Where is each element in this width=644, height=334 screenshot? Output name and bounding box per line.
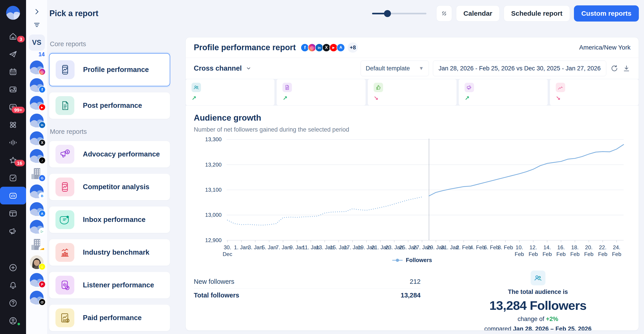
svg-text:10.Feb: 10.Feb bbox=[515, 244, 524, 256]
download-icon[interactable] bbox=[622, 64, 630, 72]
zoom-slider[interactable] bbox=[372, 5, 426, 21]
refresh-icon[interactable] bbox=[610, 64, 618, 72]
megaphone-icon bbox=[466, 84, 472, 91]
profile-avatar-pinterest[interactable]: P bbox=[30, 273, 44, 287]
report-list-item-post-performance[interactable]: Post performance bbox=[49, 92, 170, 119]
report-header: Profile performance report f◎inX▶A +8 Am… bbox=[186, 37, 638, 58]
profile-avatar-facebook[interactable]: f bbox=[30, 78, 44, 92]
profile-avatar-instagram[interactable]: ◎ bbox=[30, 60, 44, 74]
benchmark-icon bbox=[59, 247, 71, 258]
check-square-icon bbox=[8, 173, 18, 183]
paid-icon: $ bbox=[59, 312, 71, 324]
more-networks-chip[interactable]: +8 bbox=[348, 42, 358, 53]
sidebar-item-inbox[interactable]: 99+ bbox=[0, 98, 26, 116]
profile-avatar-google-business[interactable]: G bbox=[30, 167, 44, 181]
sidebar-item-star[interactable]: 16 bbox=[0, 151, 26, 169]
sidebar-nav: 399+16 bbox=[0, 27, 26, 240]
profile-group-vs[interactable]: VS bbox=[29, 34, 45, 51]
sidebar-item-layout[interactable] bbox=[0, 204, 26, 222]
profile-avatar-tiktok[interactable]: ♪ bbox=[30, 149, 44, 163]
appstore-badge-icon: A bbox=[38, 210, 46, 217]
svg-text:3. Jan: 3. Jan bbox=[248, 244, 262, 250]
template-select[interactable]: Default template ▼ bbox=[360, 60, 429, 76]
select-caret-icon: ▼ bbox=[419, 65, 424, 71]
metrics-row: ↗ ↗ ↘ ↗ bbox=[186, 79, 638, 106]
report-list-item-inbox-performance[interactable]: Inbox performance bbox=[49, 206, 170, 233]
profile-avatar-appstore[interactable]: A bbox=[30, 202, 44, 216]
metric-card-engagement[interactable]: ↘ bbox=[368, 79, 456, 105]
sidebar-item-bell[interactable] bbox=[0, 276, 26, 294]
profiles-list: ◎f▶inX♪GBA▷▂▅▇☺P@ bbox=[30, 60, 44, 305]
sidebar-item-image[interactable] bbox=[0, 80, 26, 98]
metric-card-impressions[interactable]: ↘ bbox=[550, 79, 638, 105]
benchmark-icon-tile bbox=[56, 243, 74, 262]
profile-avatar-linkedin[interactable]: in bbox=[30, 113, 44, 128]
sidebar-item-atom[interactable] bbox=[0, 116, 26, 134]
pinterest-badge-icon: P bbox=[38, 281, 46, 288]
svg-text:13,000: 13,000 bbox=[205, 212, 222, 218]
svg-text:30.Dec: 30.Dec bbox=[223, 244, 232, 256]
home-icon bbox=[8, 32, 18, 41]
phone-chart-icon bbox=[59, 64, 71, 76]
expand-button[interactable] bbox=[436, 5, 452, 21]
google-analytics-badge-icon: ▂▅▇ bbox=[38, 245, 46, 252]
calendar-button[interactable]: Calendar bbox=[456, 5, 500, 21]
collapse-panel-chevron-icon[interactable] bbox=[33, 8, 41, 16]
report-main-card: Profile performance report f◎inX▶A +8 Am… bbox=[186, 37, 639, 331]
report-list-item-paid-performance[interactable]: $Paid performance bbox=[49, 304, 170, 331]
svg-text:$: $ bbox=[67, 319, 68, 322]
metric-card-followers[interactable]: ↗ bbox=[186, 79, 274, 105]
paper-plane-icon bbox=[8, 49, 18, 59]
sidebar-item-plus-circle[interactable] bbox=[0, 259, 26, 276]
instagram-badge-icon: ◎ bbox=[38, 68, 46, 75]
profile-avatar-threads[interactable]: @ bbox=[30, 291, 44, 305]
profile-avatar-bluesky[interactable]: B bbox=[30, 184, 44, 198]
report-list-item-competitor-analysis[interactable]: Competitor analysis bbox=[49, 173, 170, 200]
schedule-report-button[interactable]: Schedule report bbox=[504, 5, 570, 21]
date-range-picker[interactable]: Jan 28, 2026 - Feb 25, 2026 vs Dec 30, 2… bbox=[433, 60, 606, 76]
report-list-item-advocacy-performance[interactable]: $Advocacy performance bbox=[49, 141, 170, 168]
profile-avatar-youtube[interactable]: ▶ bbox=[30, 96, 44, 110]
profile-avatar-snapchat[interactable]: ☺ bbox=[30, 255, 44, 269]
metric-card-awareness[interactable]: ↗ bbox=[459, 79, 548, 105]
summary-current-range: Jan 28, 2026 – Feb 25, 2026 bbox=[513, 326, 592, 331]
channel-selector[interactable]: Cross channel bbox=[194, 64, 252, 72]
sidebar-item-bar-chart[interactable] bbox=[0, 187, 26, 204]
section-title: More reports bbox=[50, 128, 170, 135]
chart-title: Audience growth bbox=[194, 113, 630, 123]
profile-group-count: 14 bbox=[38, 51, 45, 58]
channel-selector-label: Cross channel bbox=[194, 64, 242, 72]
legend-item-followers[interactable]: Followers bbox=[194, 257, 630, 263]
report-item-label: Inbox performance bbox=[83, 216, 146, 224]
sidebar-item-account[interactable] bbox=[0, 312, 26, 330]
table-row-new-followers: New followers212 bbox=[194, 275, 420, 289]
expand-icon bbox=[440, 10, 448, 17]
filter-icon[interactable] bbox=[33, 21, 41, 29]
trend-up-icon: ↗ bbox=[192, 95, 196, 102]
custom-reports-button[interactable]: Custom reports bbox=[574, 5, 639, 21]
svg-text:13,100: 13,100 bbox=[205, 187, 222, 193]
report-list-item-profile-performance[interactable]: Profile performance bbox=[49, 53, 170, 86]
metric-card-posts[interactable]: ↗ bbox=[277, 79, 365, 105]
youtube-badge-icon: ▶ bbox=[38, 104, 46, 111]
slider-thumb[interactable] bbox=[384, 10, 391, 17]
app-logo[interactable] bbox=[6, 6, 20, 20]
notification-badge: 16 bbox=[14, 160, 25, 166]
trend-up-icon: ↗ bbox=[282, 95, 288, 102]
sidebar-item-calendar[interactable] bbox=[0, 63, 26, 80]
profile-avatar-google-analytics[interactable]: ▂▅▇ bbox=[30, 237, 44, 252]
svg-text:22.Feb: 22.Feb bbox=[598, 244, 608, 256]
sidebar-item-check-square[interactable] bbox=[0, 169, 26, 187]
appstore-icon[interactable]: A bbox=[336, 43, 345, 52]
sidebar-item-megaphone[interactable] bbox=[0, 222, 26, 240]
sidebar-item-help[interactable] bbox=[0, 294, 26, 312]
report-list-item-industry-benchmark[interactable]: Industry benchmark bbox=[49, 239, 170, 266]
report-list-item-listener-performance[interactable]: Listener performance bbox=[49, 272, 170, 299]
report-item-label: Listener performance bbox=[83, 281, 154, 289]
profile-avatar-x[interactable]: X bbox=[30, 131, 44, 145]
sidebar-item-audio-wave[interactable] bbox=[0, 134, 26, 151]
sidebar-item-paper-plane[interactable] bbox=[0, 45, 26, 63]
profile-avatar-googleplay[interactable]: ▷ bbox=[30, 220, 44, 234]
atom-icon bbox=[8, 120, 18, 130]
sidebar-item-home[interactable]: 3 bbox=[0, 27, 26, 45]
